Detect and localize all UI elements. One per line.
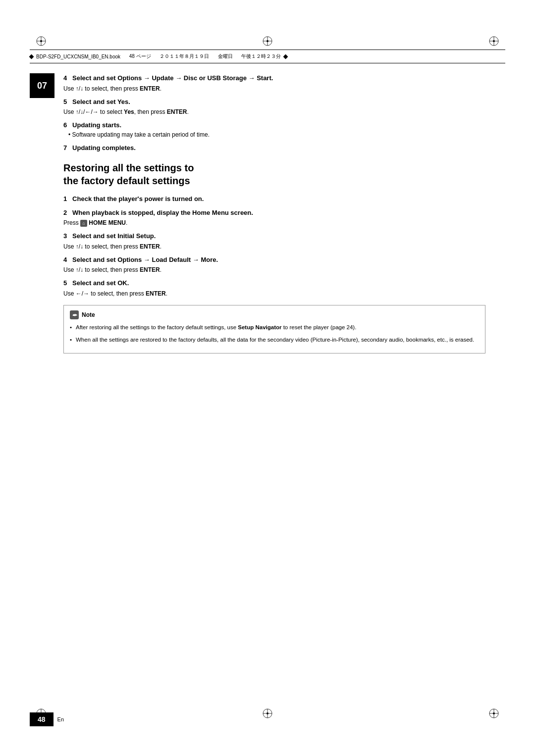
note-item-1: After restoring all the settings to the … xyxy=(70,323,479,332)
s2-step-3-title: Select and set Initial Setup. xyxy=(72,232,156,240)
header-bar: BDP-S2FD_UCXCNSM_IB0_EN.book 48 ページ ２０１１… xyxy=(30,50,505,63)
section2-heading-line2: the factory default settings xyxy=(63,175,190,186)
svg-point-3 xyxy=(40,40,42,42)
note-list: After restoring all the settings to the … xyxy=(70,323,479,345)
s2-step-5: 5 Select and set OK. Use ←/→ to select, … xyxy=(63,278,485,298)
s2-step-3-number: 3 xyxy=(63,232,70,240)
s2-step-4-title: Select and set Options → Load Default → … xyxy=(72,256,218,263)
s2-step-1: 1 Check that the player's power is turne… xyxy=(63,194,485,204)
bottom-bar: 48 En xyxy=(0,712,535,726)
svg-point-7 xyxy=(267,40,268,42)
s2-step-2-number: 2 xyxy=(63,209,70,216)
step-6-bullet: Software updating may take a certain per… xyxy=(68,130,485,139)
header-time: 午後１２時２３分 xyxy=(241,53,281,60)
step-7-number: 7 xyxy=(63,144,70,151)
note-header: ✒ Note xyxy=(70,310,479,319)
step-5-body: Use ↑/↓/←/→ to select Yes, then press EN… xyxy=(63,107,485,116)
step-4-number: 4 xyxy=(63,74,70,82)
reg-mark-tl xyxy=(36,36,47,48)
page-number: 48 xyxy=(38,715,46,723)
step-6-title: Updating starts. xyxy=(72,121,121,129)
step-6: 6 Updating starts. Software updating may… xyxy=(63,120,485,139)
chapter-number: 07 xyxy=(37,81,47,91)
s2-step-3: 3 Select and set Initial Setup. Use ↑/↓ … xyxy=(63,231,485,251)
page: BDP-S2FD_UCXCNSM_IB0_EN.book 48 ページ ２０１１… xyxy=(0,0,535,756)
s2-step-5-body: Use ←/→ to select, then press ENTER. xyxy=(63,289,485,298)
svg-text:✒: ✒ xyxy=(72,312,77,319)
reg-mark-tr xyxy=(488,36,499,48)
section2-heading-line1: Restoring all the settings to xyxy=(63,162,194,173)
step-7-title: Updating completes. xyxy=(72,144,136,151)
step-7: 7 Updating completes. xyxy=(63,143,485,153)
s2-step-4-body: Use ↑/↓ to select, then press ENTER. xyxy=(63,265,485,274)
step-5-title: Select and set Yes. xyxy=(72,98,130,105)
note-label: Note xyxy=(82,311,95,318)
section2-heading: Restoring all the settings to the factor… xyxy=(63,161,485,187)
reg-mark-tc xyxy=(262,36,273,48)
step-4-title: Select and set Options → Update → Disc o… xyxy=(72,74,273,82)
s2-step-2-title: When playback is stopped, display the Ho… xyxy=(72,209,253,216)
s2-step-5-number: 5 xyxy=(63,279,70,287)
s2-step-2: 2 When playback is stopped, display the … xyxy=(63,208,485,228)
s2-step-1-number: 1 xyxy=(63,195,70,202)
lang-label: En xyxy=(57,716,64,722)
s2-step-5-title: Select and set OK. xyxy=(72,279,129,287)
step-5: 5 Select and set Yes. Use ↑/↓/←/→ to sel… xyxy=(63,97,485,117)
s2-step-4-number: 4 xyxy=(63,256,70,263)
step-6-number: 6 xyxy=(63,121,70,129)
svg-point-11 xyxy=(493,40,495,42)
note-icon: ✒ xyxy=(70,310,79,319)
step-4-body: Use ↑/↓ to select, then press ENTER. xyxy=(63,84,485,93)
header-file-info: BDP-S2FD_UCXCNSM_IB0_EN.book xyxy=(36,54,120,59)
s2-step-1-title: Check that the player's power is turned … xyxy=(72,195,204,202)
section1-steps: 4 Select and set Options → Update → Disc… xyxy=(63,73,485,152)
chapter-label: 07 xyxy=(30,73,54,98)
header-diamond-right xyxy=(283,54,288,59)
header-date: ２０１１年８月１９日 xyxy=(160,53,209,60)
s2-step-2-body: Press ⌂ HOME MENU. xyxy=(63,218,485,227)
page-number-box: 48 xyxy=(30,712,54,726)
note-item-2: When all the settings are restored to th… xyxy=(70,336,479,344)
s2-step-3-body: Use ↑/↓ to select, then press ENTER. xyxy=(63,242,485,251)
content-area: 4 Select and set Options → Update → Disc… xyxy=(63,73,485,697)
header-page-ref: 48 ページ xyxy=(129,53,151,60)
step-5-number: 5 xyxy=(63,98,70,105)
note-box: ✒ Note After restoring all the settings … xyxy=(63,305,485,354)
s2-step-4: 4 Select and set Options → Load Default … xyxy=(63,255,485,275)
step-4: 4 Select and set Options → Update → Disc… xyxy=(63,73,485,93)
section2-steps: 1 Check that the player's power is turne… xyxy=(63,194,485,298)
header-day: 金曜日 xyxy=(218,53,233,60)
header-diamond-left xyxy=(29,54,34,59)
